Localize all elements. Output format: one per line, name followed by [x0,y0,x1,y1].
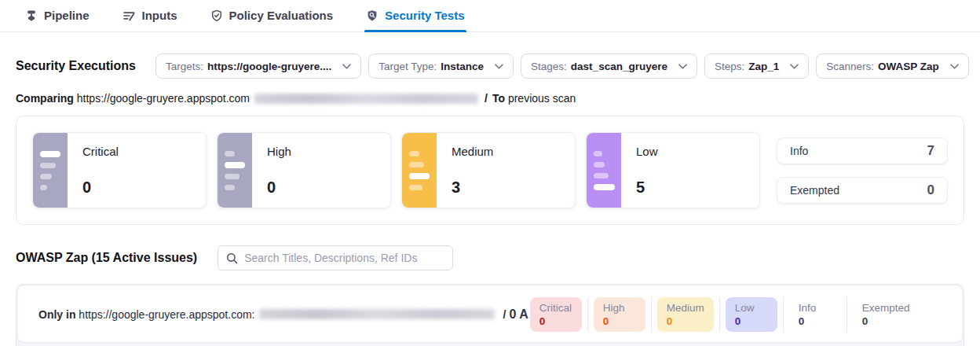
medium-chip: Medium 0 [657,297,714,332]
chevron-down-icon [790,64,799,69]
severity-bars-icon [587,133,621,208]
comparing-line: Comparing https://google-gruyere.appspot… [16,92,964,105]
severity-bars-icon [33,133,68,208]
search-icon [226,252,238,264]
chip-count: 0 [667,315,704,327]
dropdown-label: Targets: [166,61,203,72]
dropdown-value: OWASP Zap [878,61,939,72]
critical-chip: Critical 0 [530,297,582,332]
active-issues-count: 0 A [509,307,528,322]
critical-card[interactable]: Critical 0 [32,132,207,208]
divider [587,297,588,332]
severity-label: Medium [452,145,493,158]
severity-count: 0 [267,179,291,197]
chip-label: Critical [539,302,572,314]
severity-label: High [267,145,291,158]
steps-dropdown[interactable]: Steps: Zap_1 [704,53,809,79]
search-input[interactable] [244,252,444,264]
dropdown-label: Stages: [531,61,567,72]
dropdown-label: Steps: [715,61,744,72]
dropdown-value: Instance [441,61,484,72]
only-in-label: Only in [38,308,75,321]
only-in-row[interactable]: Only in https://google-gruyere.appspot.c… [18,286,962,342]
tab-policy-evaluations[interactable]: Policy Evaluations [209,1,335,31]
severity-chips: Critical 0 High 0 Medium 0 Low 0 [530,297,920,332]
severity-count: 7 [927,143,934,159]
security-tests-icon [366,9,378,22]
info-chip: Info 0 [789,297,841,332]
issues-section-header: OWASP Zap (15 Active Issues) [16,245,964,271]
target-type-dropdown[interactable]: Target Type: Instance [368,53,514,79]
divider [783,297,784,332]
tab-label: Inputs [142,9,177,22]
tab-label: Policy Evaluations [229,9,334,22]
chip-label: Info [799,302,832,314]
chip-count: 0 [539,315,572,327]
separator: / [485,92,488,105]
chip-label: High [603,302,636,314]
to-label: To [492,92,505,105]
issues-table: Only in https://google-gruyere.appspot.c… [16,284,964,346]
issues-section-title: OWASP Zap (15 Active Issues) [16,251,197,265]
severity-label: Exempted [790,184,839,197]
tab-inputs[interactable]: Inputs [121,1,179,31]
dropdown-label: Scanners: [826,61,874,72]
filter-dropdowns: Targets: https://google-gruyere.... Targ… [155,53,969,79]
tab-pipeline[interactable]: Pipeline [24,1,91,31]
severity-count: 5 [636,179,658,197]
dropdown-value: https://google-gruyere.... [207,61,331,72]
low-card[interactable]: Low 5 [586,132,760,208]
chip-label: Low [735,302,768,314]
chevron-down-icon [678,64,687,69]
high-card[interactable]: High 0 [217,132,391,208]
severity-bars-icon [402,133,437,208]
high-chip: High 0 [594,297,645,332]
divider [651,297,652,332]
to-value: previous scan [508,92,576,105]
severity-bars-icon [218,133,252,208]
chip-count: 0 [862,315,910,327]
comparing-label: Comparing [16,92,74,105]
policy-evaluations-icon [210,9,223,22]
pipeline-icon [25,9,38,22]
targets-dropdown[interactable]: Targets: https://google-gruyere.... [155,53,361,79]
severity-label: Info [790,145,808,157]
tab-bar: Pipeline Inputs Policy Evaluations Secur… [0,0,980,32]
separator: / [503,308,506,321]
stages-dropdown[interactable]: Stages: dast_scan_gruyere [521,53,697,79]
severity-summary-panel: Critical 0 High 0 Medium 3 [16,116,964,225]
chevron-down-icon [342,64,351,69]
scanners-dropdown[interactable]: Scanners: OWASP Zap [816,53,969,79]
medium-card[interactable]: Medium 3 [401,132,576,208]
comparing-url: https://google-gruyere.appspot.com [77,92,250,105]
chip-count: 0 [799,315,832,327]
severity-count: 0 [927,182,934,198]
chip-count: 0 [603,315,636,327]
dropdown-value: dast_scan_gruyere [571,61,667,72]
chip-label: Exempted [862,302,910,314]
exempted-chip: Exempted 0 [853,297,920,332]
chevron-down-icon [950,64,959,69]
info-card[interactable]: Info 7 [777,138,948,164]
dropdown-value: Zap_1 [748,61,779,72]
severity-label: Low [636,145,658,158]
chip-count: 0 [735,315,768,327]
tab-label: Security Tests [385,9,464,22]
page-title: Security Executions [16,59,136,73]
severity-label: Critical [82,145,119,158]
chip-label: Medium [667,302,704,314]
search-box[interactable] [218,245,453,271]
security-executions-header: Security Executions Targets: https://goo… [16,53,964,79]
inputs-icon [122,9,136,22]
info-exempted-column: Info 7 Exempted 0 [777,138,948,204]
tab-label: Pipeline [44,9,90,22]
divider [847,297,847,332]
severity-count: 3 [452,179,493,197]
exempted-card[interactable]: Exempted 0 [777,177,948,204]
tab-security-tests[interactable]: Security Tests [364,1,466,31]
dropdown-label: Target Type: [378,61,437,72]
severity-count: 0 [82,179,119,197]
redacted-text [254,94,478,104]
row-url: https://google-gruyere.appspot.com: [79,308,254,321]
redacted-text [259,309,495,319]
